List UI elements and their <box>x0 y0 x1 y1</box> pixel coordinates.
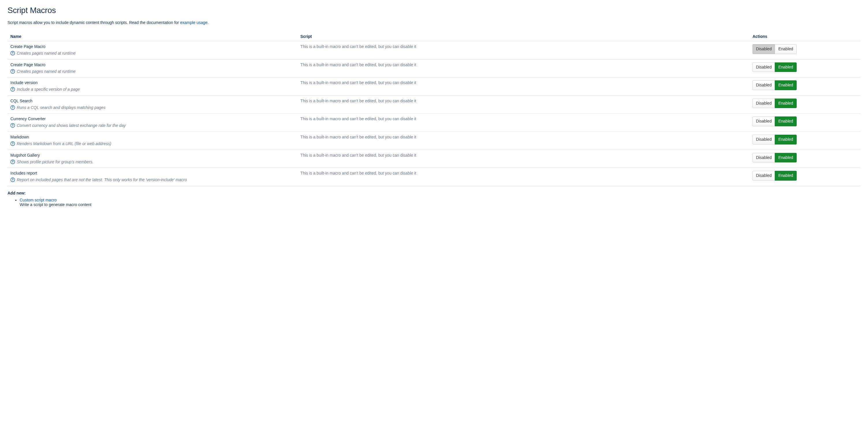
macro-description-row: Report on included pages that are not th… <box>10 177 294 183</box>
actions-cell: DisabledEnabled <box>750 59 861 78</box>
name-cell: Include versionInclude a specific versio… <box>7 78 298 96</box>
help-icon[interactable] <box>10 105 15 110</box>
macro-name: Create Page Macro <box>10 62 294 67</box>
name-cell: CQL SearchRuns a CQL search and displays… <box>7 95 298 114</box>
toggle-group: DisabledEnabled <box>752 153 797 163</box>
macro-description: Shows profile picture for group's member… <box>17 159 94 165</box>
disabled-button[interactable]: Disabled <box>752 116 775 126</box>
svg-point-15 <box>12 181 13 181</box>
add-new-section: Add new: Custom script macroWrite a scri… <box>7 191 861 207</box>
macro-name: Markdown <box>10 135 294 139</box>
actions-cell: DisabledEnabled <box>750 132 861 150</box>
macro-name: CQL Search <box>10 98 294 103</box>
intro-suffix: . <box>208 20 209 25</box>
help-icon[interactable] <box>10 69 15 74</box>
macro-description-row: Include a specific version of a page <box>10 87 294 92</box>
macro-name: Include version <box>10 80 294 85</box>
name-cell: Currency ConverterConvert currency and s… <box>7 114 298 132</box>
help-icon[interactable] <box>10 141 15 146</box>
toggle-group: DisabledEnabled <box>752 98 797 108</box>
actions-cell: DisabledEnabled <box>750 41 861 60</box>
macro-description: Report on included pages that are not th… <box>17 177 187 183</box>
actions-cell: DisabledEnabled <box>750 95 861 114</box>
intro-text: Script macros allow you to include dynam… <box>7 20 861 25</box>
macro-name: Mugshot Gallery <box>10 153 294 158</box>
help-icon[interactable] <box>10 177 15 182</box>
script-cell: This is a built-in macro and can't be ed… <box>298 150 750 168</box>
add-new-list: Custom script macroWrite a script to gen… <box>7 198 861 207</box>
macro-description-row: Creates pages named at runtime <box>10 51 294 56</box>
name-cell: Mugshot GalleryShows profile picture for… <box>7 150 298 168</box>
column-header-name: Name <box>7 32 298 41</box>
script-cell: This is a built-in macro and can't be ed… <box>298 59 750 78</box>
table-row: Include versionInclude a specific versio… <box>7 78 861 96</box>
name-cell: Create Page MacroCreates pages named at … <box>7 41 298 60</box>
table-row: Includes reportReport on included pages … <box>7 168 861 186</box>
toggle-group: DisabledEnabled <box>752 62 797 72</box>
macro-description-row: Shows profile picture for group's member… <box>10 159 294 165</box>
toggle-group: DisabledEnabled <box>752 80 797 90</box>
page-title: Script Macros <box>7 6 861 15</box>
svg-point-13 <box>12 163 13 163</box>
macro-description-row: Convert currency and shows latest exchan… <box>10 123 294 129</box>
script-cell: This is a built-in macro and can't be ed… <box>298 41 750 60</box>
enabled-button[interactable]: Enabled <box>775 62 796 72</box>
enabled-button[interactable]: Enabled <box>775 116 796 126</box>
actions-cell: DisabledEnabled <box>750 114 861 132</box>
macro-description: Runs a CQL search and displays matching … <box>17 105 105 111</box>
macro-description-row: Creates pages named at runtime <box>10 69 294 75</box>
script-cell: This is a built-in macro and can't be ed… <box>298 95 750 114</box>
script-cell: This is a built-in macro and can't be ed… <box>298 132 750 150</box>
script-cell: This is a built-in macro and can't be ed… <box>298 168 750 186</box>
help-icon[interactable] <box>10 51 15 56</box>
script-cell: This is a built-in macro and can't be ed… <box>298 114 750 132</box>
toggle-group: DisabledEnabled <box>752 171 797 181</box>
disabled-button[interactable]: Disabled <box>752 62 775 72</box>
svg-point-7 <box>12 108 13 109</box>
enabled-button[interactable]: Enabled <box>775 44 796 54</box>
enabled-button[interactable]: Enabled <box>775 98 796 108</box>
enabled-button[interactable]: Enabled <box>775 80 796 90</box>
macro-description-row: Runs a CQL search and displays matching … <box>10 105 294 111</box>
svg-point-5 <box>12 90 13 91</box>
intro-prefix: Script macros allow you to include dynam… <box>7 20 180 25</box>
disabled-button[interactable]: Disabled <box>752 98 775 108</box>
actions-cell: DisabledEnabled <box>750 150 861 168</box>
macro-name: Includes report <box>10 171 294 175</box>
disabled-button[interactable]: Disabled <box>752 153 775 163</box>
name-cell: Create Page MacroCreates pages named at … <box>7 59 298 78</box>
enabled-button[interactable]: Enabled <box>775 135 796 144</box>
toggle-group: DisabledEnabled <box>752 116 797 126</box>
column-header-script: Script <box>298 32 750 41</box>
macro-description: Renders Markdown from a URL (file or web… <box>17 141 111 147</box>
disabled-button[interactable]: Disabled <box>752 135 775 144</box>
enabled-button[interactable]: Enabled <box>775 153 796 163</box>
table-row: Mugshot GalleryShows profile picture for… <box>7 150 861 168</box>
disabled-button[interactable]: Disabled <box>752 171 775 181</box>
table-row: Currency ConverterConvert currency and s… <box>7 114 861 132</box>
table-row: MarkdownRenders Markdown from a URL (fil… <box>7 132 861 150</box>
add-new-link[interactable]: Custom script macro <box>20 198 57 202</box>
add-new-subtext: Write a script to generate macro content <box>20 202 861 207</box>
disabled-button[interactable]: Disabled <box>752 44 775 54</box>
macro-description: Include a specific version of a page <box>17 87 80 92</box>
help-icon[interactable] <box>10 123 15 128</box>
name-cell: MarkdownRenders Markdown from a URL (fil… <box>7 132 298 150</box>
script-cell: This is a built-in macro and can't be ed… <box>298 78 750 96</box>
enabled-button[interactable]: Enabled <box>775 171 796 181</box>
column-header-actions: Actions <box>750 32 861 41</box>
macro-description-row: Renders Markdown from a URL (file or web… <box>10 141 294 147</box>
svg-point-9 <box>12 126 13 127</box>
toggle-group: DisabledEnabled <box>752 135 797 144</box>
toggle-group: DisabledEnabled <box>752 44 797 54</box>
table-row: Create Page MacroCreates pages named at … <box>7 59 861 78</box>
help-icon[interactable] <box>10 87 15 92</box>
macro-name: Currency Converter <box>10 116 294 121</box>
actions-cell: DisabledEnabled <box>750 168 861 186</box>
svg-point-3 <box>12 72 13 73</box>
actions-cell: DisabledEnabled <box>750 78 861 96</box>
macro-description: Creates pages named at runtime <box>17 51 76 56</box>
help-icon[interactable] <box>10 160 15 164</box>
intro-link[interactable]: example usage <box>180 20 208 25</box>
disabled-button[interactable]: Disabled <box>752 80 775 90</box>
